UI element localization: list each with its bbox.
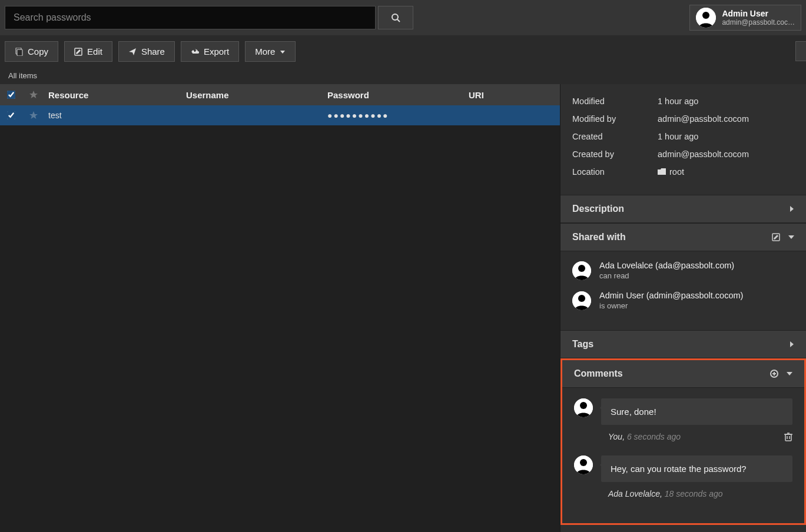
meta-modified-label: Modified (572, 97, 658, 106)
comment: Sure, done! (574, 398, 792, 425)
header-uri[interactable]: URI (469, 90, 560, 100)
user-email: admin@passbolt.coc… (722, 18, 795, 26)
row-checkbox[interactable] (7, 111, 15, 119)
svg-rect-5 (17, 49, 22, 56)
meta-location-value[interactable]: root (658, 167, 684, 177)
meta-location-label: Location (572, 167, 658, 177)
user-name: Admin User (722, 9, 795, 18)
edit-label: Edit (87, 46, 102, 56)
folder-icon (658, 168, 666, 175)
caret-down-icon[interactable] (788, 235, 794, 240)
comment-bubble: Hey, can you rotate the password? (601, 455, 792, 482)
share-button[interactable]: Share (118, 41, 175, 62)
copy-icon (15, 48, 23, 56)
star-header (22, 90, 45, 99)
avatar (574, 455, 593, 474)
avatar (574, 398, 593, 417)
avatar (572, 261, 591, 280)
shared-item: Ada Lovelalce (ada@passbolt.com)can read (572, 261, 794, 280)
meta-modified-by-label: Modified by (572, 114, 658, 124)
copy-label: Copy (28, 46, 48, 56)
share-label: Share (141, 46, 165, 56)
shared-with-section-header[interactable]: Shared with (560, 223, 806, 251)
meta-modified-value: 1 hour ago (658, 97, 698, 106)
svg-point-3 (702, 12, 709, 19)
cell-resource: test (45, 111, 186, 120)
breadcrumb: All items (0, 68, 806, 84)
search-button[interactable] (378, 6, 413, 29)
cell-password[interactable]: ●●●●●●●●●● (327, 111, 469, 120)
comment: Hey, can you rotate the password? (574, 455, 792, 482)
caret-down-icon[interactable] (787, 371, 792, 376)
avatar (572, 291, 591, 310)
meta-created-by-value: admin@passbolt.cocom (658, 149, 749, 159)
export-label: Export (204, 46, 229, 56)
svg-point-9 (578, 265, 585, 272)
caret-right-icon (790, 206, 794, 212)
tags-section-header[interactable]: Tags (560, 330, 806, 358)
user-badge[interactable]: Admin User admin@passbolt.coc… (689, 5, 801, 31)
export-button[interactable]: Export (181, 41, 239, 62)
avatar (696, 8, 716, 28)
meta-created-value: 1 hour ago (658, 132, 698, 141)
delete-comment-icon[interactable] (784, 432, 792, 441)
export-icon (191, 48, 199, 56)
right-edge-button[interactable] (795, 41, 806, 61)
comment-time: 18 seconds ago (665, 489, 723, 498)
comment-author: You, (608, 432, 625, 441)
header-password[interactable]: Password (327, 90, 469, 100)
edit-icon[interactable] (772, 233, 780, 241)
meta-created-by-label: Created by (572, 149, 658, 159)
comments-highlight: Comments Sure, done! You, 6 seconds ago (560, 358, 806, 525)
select-all-checkbox[interactable] (7, 91, 15, 99)
caret-right-icon (790, 341, 794, 347)
comment-bubble: Sure, done! (601, 398, 792, 425)
comment-author: Ada Lovelalce, (608, 489, 662, 498)
svg-rect-17 (785, 434, 791, 441)
header-resource[interactable]: Resource (45, 90, 186, 100)
meta-created-label: Created (572, 132, 658, 141)
table-row[interactable]: test ●●●●●●●●●● (0, 105, 560, 125)
header-username[interactable]: Username (186, 90, 327, 100)
more-button[interactable]: More (245, 41, 296, 62)
star-icon[interactable] (22, 111, 45, 120)
share-icon (128, 48, 137, 56)
details-panel: Modified1 hour ago Modified byadmin@pass… (560, 84, 806, 532)
comment-time: 6 seconds ago (627, 432, 681, 441)
copy-button[interactable]: Copy (5, 41, 58, 62)
svg-point-0 (392, 14, 398, 20)
search-input[interactable] (5, 6, 376, 29)
meta-modified-by-value: admin@passbolt.cocom (658, 114, 749, 124)
more-label: More (255, 46, 275, 56)
svg-point-11 (578, 295, 585, 302)
shared-item: Admin User (admin@passbolt.cocom)is owne… (572, 291, 794, 310)
edit-icon (74, 48, 82, 56)
comments-section-header[interactable]: Comments (562, 360, 804, 388)
svg-point-16 (580, 402, 587, 409)
svg-point-23 (580, 459, 587, 466)
svg-line-1 (397, 19, 400, 22)
search-icon (391, 13, 400, 22)
description-section-header[interactable]: Description (560, 195, 806, 223)
caret-down-icon (280, 49, 286, 55)
resource-table: Resource Username Password URI test ●●●●… (0, 84, 560, 532)
edit-button[interactable]: Edit (64, 41, 112, 62)
add-comment-icon[interactable] (770, 370, 778, 378)
